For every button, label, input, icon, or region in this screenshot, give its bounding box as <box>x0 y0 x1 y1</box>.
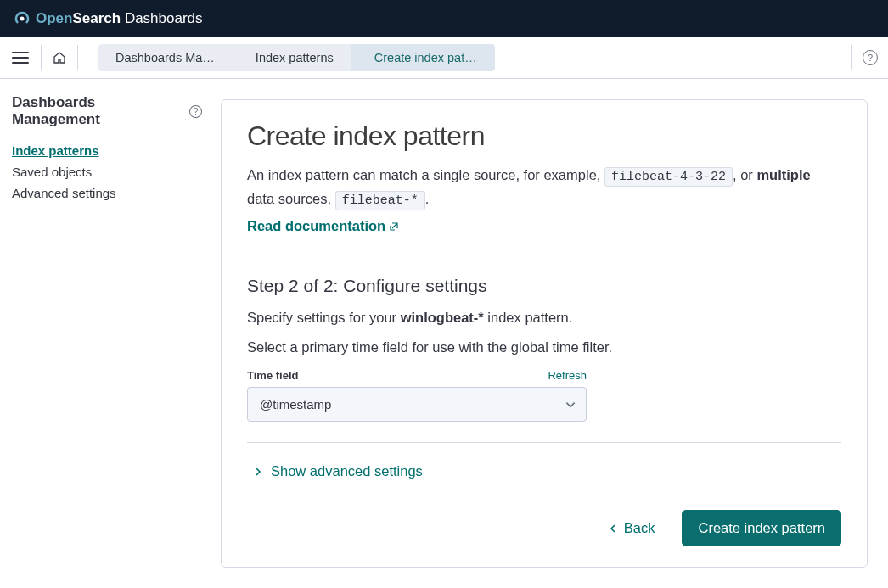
page-title: Create index pattern <box>247 120 841 152</box>
page-description: An index pattern can match a single sour… <box>247 164 841 211</box>
code-example-multi: filebeat-* <box>335 191 425 210</box>
step-title: Step 2 of 2: Configure settings <box>247 276 841 296</box>
breadcrumb-item[interactable]: Dashboards Ma… <box>98 44 232 71</box>
breadcrumb: Dashboards Ma… Index patterns Create ind… <box>98 44 841 71</box>
app-logo[interactable]: OpenSearch Dashboards <box>14 10 203 27</box>
info-icon[interactable]: ? <box>189 105 202 118</box>
footer-buttons: Back Create index pattern <box>247 510 841 546</box>
top-bar: OpenSearch Dashboards <box>0 0 888 37</box>
main-content: Create index pattern An index pattern ca… <box>214 79 888 588</box>
home-icon[interactable] <box>52 50 67 65</box>
time-field-select[interactable]: @timestamp <box>247 387 587 422</box>
app-logo-text: OpenSearch Dashboards <box>36 10 203 27</box>
step-description-2: Select a primary time field for use with… <box>247 339 841 356</box>
chevron-left-icon <box>610 524 617 534</box>
step-description-1: Specify settings for your winlogbeat-* i… <box>247 310 841 326</box>
help-icon[interactable]: ? <box>863 50 878 65</box>
back-button[interactable]: Back <box>599 513 666 543</box>
sidebar-item-advanced-settings[interactable]: Advanced settings <box>12 182 202 204</box>
time-field-label: Time field <box>247 369 298 382</box>
sidebar-item-index-patterns[interactable]: Index patterns <box>12 140 202 161</box>
content-panel: Create index pattern An index pattern ca… <box>221 99 868 568</box>
opensearch-logo-icon <box>14 10 31 27</box>
sidebar-item-saved-objects[interactable]: Saved objects <box>12 161 202 182</box>
nav-divider <box>77 45 78 70</box>
code-example-single: filebeat-4-3-22 <box>604 167 733 187</box>
nav-divider <box>41 45 42 70</box>
read-documentation-link[interactable]: Read documentation <box>247 218 399 234</box>
svg-point-0 <box>20 17 25 21</box>
divider <box>247 442 841 443</box>
refresh-link[interactable]: Refresh <box>548 369 587 382</box>
sidebar-title: Dashboards Management ? <box>12 94 202 128</box>
time-field-value[interactable]: @timestamp <box>247 387 587 422</box>
show-advanced-settings-toggle[interactable]: Show advanced settings <box>254 463 423 479</box>
breadcrumb-item-current[interactable]: Create index pattern <box>351 44 495 71</box>
nav-divider <box>851 45 852 70</box>
external-link-icon <box>389 221 399 232</box>
sidebar: Dashboards Management ? Index patterns S… <box>0 79 214 588</box>
nav-bar: Dashboards Ma… Index patterns Create ind… <box>0 37 888 79</box>
breadcrumb-item[interactable]: Index patterns <box>232 44 351 71</box>
create-index-pattern-button[interactable]: Create index pattern <box>682 510 841 546</box>
chevron-right-icon <box>254 468 262 476</box>
menu-toggle-icon[interactable] <box>10 48 31 68</box>
divider <box>247 255 841 255</box>
